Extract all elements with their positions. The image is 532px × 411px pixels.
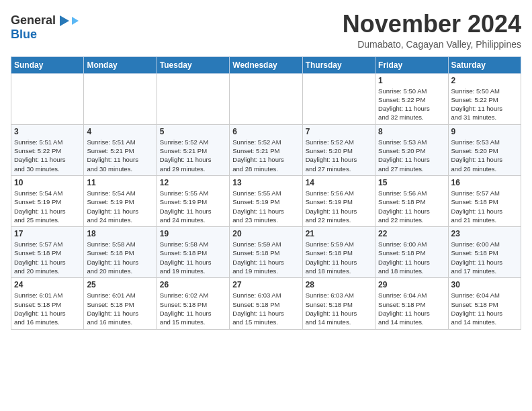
- day-number: 12: [160, 178, 226, 187]
- week-row-2: 3Sunrise: 5:51 AM Sunset: 5:22 PM Daylig…: [11, 124, 521, 175]
- day-number: 26: [160, 280, 226, 289]
- calendar-cell: 28Sunrise: 6:03 AM Sunset: 5:18 PM Dayli…: [302, 278, 375, 329]
- day-info: Sunrise: 5:51 AM Sunset: 5:22 PM Dayligh…: [14, 138, 81, 173]
- day-number: 29: [378, 280, 445, 289]
- weekday-header-row: SundayMondayTuesdayWednesdayThursdayFrid…: [11, 56, 521, 73]
- day-number: 14: [306, 178, 372, 187]
- day-info: Sunrise: 5:52 AM Sunset: 5:21 PM Dayligh…: [232, 138, 299, 173]
- logo-general-text: General: [11, 13, 79, 28]
- calendar-cell: 4Sunrise: 5:51 AM Sunset: 5:21 PM Daylig…: [84, 124, 157, 175]
- day-number: 22: [378, 229, 445, 238]
- day-info: Sunrise: 6:02 AM Sunset: 5:18 PM Dayligh…: [160, 291, 226, 326]
- weekday-header-wednesday: Wednesday: [230, 56, 302, 73]
- day-info: Sunrise: 5:51 AM Sunset: 5:21 PM Dayligh…: [87, 138, 153, 173]
- calendar-cell: 22Sunrise: 6:00 AM Sunset: 5:18 PM Dayli…: [375, 227, 448, 278]
- week-row-5: 24Sunrise: 6:01 AM Sunset: 5:18 PM Dayli…: [11, 278, 521, 329]
- day-info: Sunrise: 5:58 AM Sunset: 5:18 PM Dayligh…: [87, 240, 153, 275]
- day-info: Sunrise: 6:00 AM Sunset: 5:18 PM Dayligh…: [378, 240, 445, 275]
- calendar-cell: 10Sunrise: 5:54 AM Sunset: 5:19 PM Dayli…: [11, 175, 84, 226]
- day-number: 16: [451, 178, 518, 187]
- weekday-header-sunday: Sunday: [11, 56, 84, 73]
- calendar-cell: 8Sunrise: 5:53 AM Sunset: 5:20 PM Daylig…: [375, 124, 448, 175]
- week-row-3: 10Sunrise: 5:54 AM Sunset: 5:19 PM Dayli…: [11, 175, 521, 226]
- calendar-cell: 13Sunrise: 5:55 AM Sunset: 5:19 PM Dayli…: [230, 175, 302, 226]
- day-number: 20: [232, 229, 299, 238]
- day-number: 7: [306, 127, 372, 136]
- calendar-cell: 26Sunrise: 6:02 AM Sunset: 5:18 PM Dayli…: [157, 278, 229, 329]
- day-info: Sunrise: 5:55 AM Sunset: 5:19 PM Dayligh…: [232, 189, 299, 224]
- day-number: 10: [14, 178, 81, 187]
- calendar-cell: [84, 73, 157, 124]
- calendar-cell: 24Sunrise: 6:01 AM Sunset: 5:18 PM Dayli…: [11, 278, 84, 329]
- calendar-cell: 3Sunrise: 5:51 AM Sunset: 5:22 PM Daylig…: [11, 124, 84, 175]
- calendar-cell: 6Sunrise: 5:52 AM Sunset: 5:21 PM Daylig…: [230, 124, 302, 175]
- day-number: 18: [87, 229, 153, 238]
- day-number: 21: [306, 229, 372, 238]
- calendar-cell: [230, 73, 302, 124]
- calendar-cell: 27Sunrise: 6:03 AM Sunset: 5:18 PM Dayli…: [230, 278, 302, 329]
- day-info: Sunrise: 5:52 AM Sunset: 5:21 PM Dayligh…: [160, 138, 226, 173]
- day-number: 9: [451, 127, 518, 136]
- day-info: Sunrise: 5:50 AM Sunset: 5:22 PM Dayligh…: [451, 87, 518, 122]
- calendar-cell: 11Sunrise: 5:54 AM Sunset: 5:19 PM Dayli…: [84, 175, 157, 226]
- logo-arrow2-icon: [72, 17, 79, 25]
- day-info: Sunrise: 5:56 AM Sunset: 5:19 PM Dayligh…: [306, 189, 372, 224]
- day-number: 4: [87, 127, 153, 136]
- calendar-cell: 23Sunrise: 6:00 AM Sunset: 5:18 PM Dayli…: [448, 227, 521, 278]
- calendar-cell: 30Sunrise: 6:04 AM Sunset: 5:18 PM Dayli…: [448, 278, 521, 329]
- day-info: Sunrise: 5:59 AM Sunset: 5:18 PM Dayligh…: [232, 240, 299, 275]
- calendar-cell: 29Sunrise: 6:04 AM Sunset: 5:18 PM Dayli…: [375, 278, 448, 329]
- logo-arrow-icon: [60, 15, 69, 26]
- weekday-header-saturday: Saturday: [448, 56, 521, 73]
- day-number: 6: [232, 127, 299, 136]
- day-info: Sunrise: 5:54 AM Sunset: 5:19 PM Dayligh…: [87, 189, 153, 224]
- day-info: Sunrise: 5:57 AM Sunset: 5:18 PM Dayligh…: [451, 189, 518, 224]
- calendar-cell: [11, 73, 84, 124]
- calendar-cell: 12Sunrise: 5:55 AM Sunset: 5:19 PM Dayli…: [157, 175, 229, 226]
- day-info: Sunrise: 5:58 AM Sunset: 5:18 PM Dayligh…: [160, 240, 226, 275]
- day-number: 1: [378, 76, 445, 85]
- day-info: Sunrise: 5:54 AM Sunset: 5:19 PM Dayligh…: [14, 189, 81, 224]
- day-info: Sunrise: 6:03 AM Sunset: 5:18 PM Dayligh…: [232, 291, 299, 326]
- calendar-cell: 19Sunrise: 5:58 AM Sunset: 5:18 PM Dayli…: [157, 227, 229, 278]
- weekday-header-thursday: Thursday: [302, 56, 375, 73]
- calendar-cell: 17Sunrise: 5:57 AM Sunset: 5:18 PM Dayli…: [11, 227, 84, 278]
- calendar-cell: 2Sunrise: 5:50 AM Sunset: 5:22 PM Daylig…: [448, 73, 521, 124]
- day-number: 25: [87, 280, 153, 289]
- location: Dumabato, Cagayan Valley, Philippines: [343, 39, 521, 50]
- logo-box: General Blue: [11, 13, 79, 42]
- day-number: 15: [378, 178, 445, 187]
- day-info: Sunrise: 6:04 AM Sunset: 5:18 PM Dayligh…: [451, 291, 518, 326]
- day-number: 28: [306, 280, 372, 289]
- day-number: 17: [14, 229, 81, 238]
- calendar-cell: 1Sunrise: 5:50 AM Sunset: 5:22 PM Daylig…: [375, 73, 448, 124]
- day-info: Sunrise: 6:03 AM Sunset: 5:18 PM Dayligh…: [306, 291, 372, 326]
- weekday-header-monday: Monday: [84, 56, 157, 73]
- day-number: 3: [14, 127, 81, 136]
- day-number: 23: [451, 229, 518, 238]
- logo: General Blue: [11, 13, 79, 42]
- day-info: Sunrise: 6:01 AM Sunset: 5:18 PM Dayligh…: [14, 291, 81, 326]
- month-title: November 2024: [343, 11, 521, 38]
- day-info: Sunrise: 5:55 AM Sunset: 5:19 PM Dayligh…: [160, 189, 226, 224]
- day-info: Sunrise: 5:56 AM Sunset: 5:18 PM Dayligh…: [378, 189, 445, 224]
- calendar-cell: 9Sunrise: 5:53 AM Sunset: 5:20 PM Daylig…: [448, 124, 521, 175]
- day-info: Sunrise: 6:01 AM Sunset: 5:18 PM Dayligh…: [87, 291, 153, 326]
- calendar-cell: [157, 73, 229, 124]
- calendar-cell: 7Sunrise: 5:52 AM Sunset: 5:20 PM Daylig…: [302, 124, 375, 175]
- calendar-cell: 16Sunrise: 5:57 AM Sunset: 5:18 PM Dayli…: [448, 175, 521, 226]
- logo-blue-text: Blue: [11, 28, 37, 42]
- day-info: Sunrise: 5:53 AM Sunset: 5:20 PM Dayligh…: [451, 138, 518, 173]
- day-info: Sunrise: 5:59 AM Sunset: 5:18 PM Dayligh…: [306, 240, 372, 275]
- calendar-cell: 25Sunrise: 6:01 AM Sunset: 5:18 PM Dayli…: [84, 278, 157, 329]
- weekday-header-tuesday: Tuesday: [157, 56, 229, 73]
- calendar-cell: 14Sunrise: 5:56 AM Sunset: 5:19 PM Dayli…: [302, 175, 375, 226]
- week-row-4: 17Sunrise: 5:57 AM Sunset: 5:18 PM Dayli…: [11, 227, 521, 278]
- day-info: Sunrise: 5:57 AM Sunset: 5:18 PM Dayligh…: [14, 240, 81, 275]
- day-info: Sunrise: 5:53 AM Sunset: 5:20 PM Dayligh…: [378, 138, 445, 173]
- calendar-table: SundayMondayTuesdayWednesdayThursdayFrid…: [11, 56, 521, 330]
- day-number: 30: [451, 280, 518, 289]
- page-header: General Blue November 2024 Dumabato, Cag…: [11, 11, 521, 50]
- day-info: Sunrise: 5:50 AM Sunset: 5:22 PM Dayligh…: [378, 87, 445, 122]
- day-number: 11: [87, 178, 153, 187]
